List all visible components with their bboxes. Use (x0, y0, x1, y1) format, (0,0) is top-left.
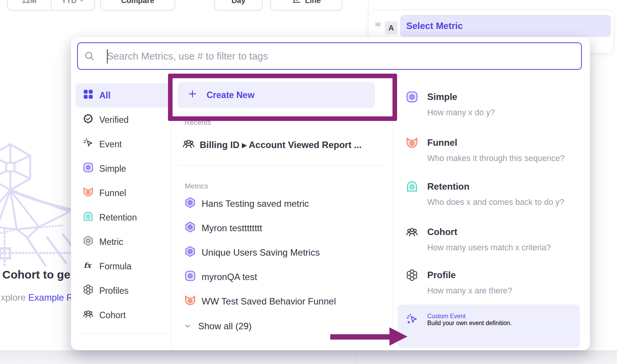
drag-handle-icon[interactable] (375, 21, 381, 29)
sidebar-item-formula[interactable]: fx Formula (76, 254, 169, 279)
empty-state-headline: r Cohort to ge (0, 268, 70, 281)
sidebar-item-event[interactable]: Event (76, 132, 169, 156)
retention-icon (405, 180, 418, 208)
list-item-label: Myron testttttttt (202, 223, 262, 234)
type-item-funnel[interactable]: FunnelWho makes it through this sequence… (399, 135, 589, 164)
annotation-arrow-head (389, 327, 407, 346)
cohort-icon (82, 308, 94, 322)
plus-icon (187, 89, 197, 101)
grid-icon (82, 89, 94, 102)
cohort-icon (405, 225, 418, 253)
funnel-icon (184, 294, 196, 309)
search-icon (84, 51, 95, 61)
list-item[interactable]: Hans Testing saved metric (184, 192, 398, 216)
metric-icon (82, 235, 94, 249)
type-desc: Who makes it through this sequence? (427, 153, 565, 164)
background-illustration (0, 127, 77, 270)
sidebar-label: Event (99, 139, 122, 150)
sidebar-item-cohort[interactable]: Cohort (76, 303, 169, 327)
type-desc: How many x do y? (427, 107, 495, 118)
list-item[interactable]: myronQA test (184, 265, 398, 289)
sidebar-item-retention[interactable]: Retention (76, 205, 169, 230)
profiles-icon (82, 284, 94, 298)
type-item-cohort[interactable]: CohortHow many users match x criteria? (399, 224, 589, 253)
chevron-down-icon (184, 321, 191, 332)
type-item-custom-event[interactable]: Custom EventBuild your own event definit… (397, 304, 580, 348)
series-badge: A (385, 21, 397, 34)
compare-label: Compare (121, 0, 154, 5)
empty-state-subtext: xplore Example R (1, 292, 73, 303)
sidebar-label: Retention (99, 213, 137, 223)
search-box (77, 42, 582, 70)
sidebar-label: Metric (99, 237, 123, 247)
saved-metric-icon (184, 221, 196, 235)
search-input[interactable] (95, 50, 581, 63)
type-title: Custom Event (427, 313, 512, 320)
type-item-retention[interactable]: RetentionWho does x and comes back to do… (399, 179, 589, 208)
panel-divider-bottom (356, 350, 357, 364)
list-item-label: myronQA test (202, 272, 257, 282)
simple-icon (405, 90, 418, 118)
formula-icon: fx (82, 259, 94, 273)
event-icon (82, 137, 94, 151)
saved-metrics-list: Hans Testing saved metric Myron testtttt… (184, 192, 398, 314)
simple-icon (82, 162, 94, 176)
app-window: 12M YTD Compare Day Line A Select Metric (0, 0, 617, 364)
sidebar-item-funnel[interactable]: Funnel (76, 181, 169, 205)
type-desc: Build your own event definition. (427, 320, 512, 327)
chart-type-label: Line (305, 0, 321, 5)
list-item-label: WW Test Saved Behavior Funnel (202, 296, 336, 307)
sidebar-item-simple[interactable]: Simple (76, 156, 169, 181)
filter-sidebar: All Verified Event Simple Funnel Retenti… (76, 83, 169, 350)
recents-section-label: Recents (184, 118, 211, 127)
sidebar-label: Verified (99, 115, 129, 125)
simple-icon (184, 270, 196, 284)
sidebar-item-metric[interactable]: Metric (76, 230, 169, 254)
subtext-prefix: xplore (1, 292, 28, 303)
type-item-simple[interactable]: SimpleHow many x do y? (399, 89, 589, 118)
range-12m-button[interactable]: 12M (8, 0, 52, 10)
page-bottom-strip (0, 350, 617, 364)
type-desc: How many users match x criteria? (427, 242, 551, 253)
example-reports-link[interactable]: Example R (28, 292, 73, 303)
date-range-group: 12M YTD (7, 0, 95, 11)
sidebar-item-all[interactable]: All (76, 83, 169, 108)
interval-button[interactable]: Day (214, 0, 263, 11)
create-new-button[interactable]: Create New (178, 82, 375, 108)
line-chart-icon (292, 0, 301, 6)
list-item[interactable]: WW Test Saved Behavior Funnel (184, 289, 398, 314)
sidebar-label: Funnel (99, 188, 126, 198)
show-all-toggle[interactable]: Show all (29) (184, 319, 252, 333)
metrics-section-label: Metrics (185, 182, 208, 190)
type-item-profile[interactable]: ProfileHow many x are there? (399, 267, 589, 296)
show-all-label: Show all (29) (198, 321, 252, 332)
type-title: Profile (427, 269, 512, 282)
saved-metric-icon (184, 245, 196, 260)
range-12m-label: 12M (22, 0, 37, 5)
custom-event-icon (405, 313, 418, 348)
funnel-icon (82, 186, 94, 200)
select-metric-field[interactable]: Select Metric (400, 15, 611, 37)
svg-text:fx: fx (84, 261, 92, 269)
sidebar-item-verified[interactable]: Verified (76, 108, 169, 132)
type-title: Cohort (427, 225, 551, 238)
list-item[interactable]: Unique Users Saving Metrics (184, 240, 398, 265)
sidebar-label: Profiles (99, 286, 129, 296)
recent-item[interactable]: Billing ID ▸ Account Viewed Report ... (182, 138, 362, 152)
sidebar-item-tags[interactable]: Tags (76, 344, 169, 350)
chart-type-button[interactable]: Line (270, 0, 342, 11)
compare-button[interactable]: Compare (100, 0, 175, 11)
create-new-label: Create New (207, 90, 254, 100)
interval-label: Day (231, 0, 246, 5)
sidebar-divider (79, 333, 167, 334)
list-item[interactable]: Myron testttttttt (184, 216, 398, 240)
sidebar-label: Cohort (99, 310, 126, 321)
range-ytd-button[interactable]: YTD (52, 0, 95, 10)
verified-icon (82, 113, 94, 127)
sidebar-item-profiles[interactable]: Profiles (76, 279, 169, 303)
select-metric-label: Select Metric (406, 21, 463, 31)
list-item-label: Unique Users Saving Metrics (202, 247, 320, 258)
type-title: Funnel (427, 136, 565, 149)
type-title: Retention (427, 180, 564, 193)
metric-picker-modal: All Verified Event Simple Funnel Retenti… (71, 37, 590, 350)
